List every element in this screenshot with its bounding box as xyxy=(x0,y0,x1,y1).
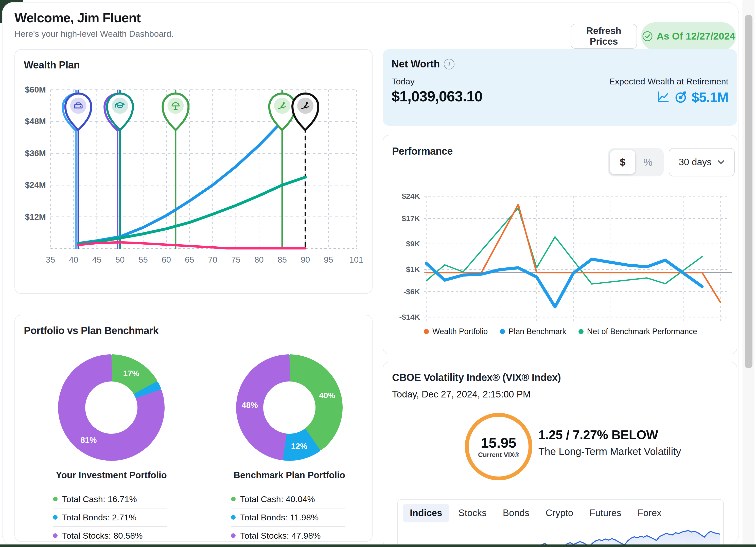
legend-label: Net of Benchmark Performance xyxy=(587,327,697,336)
tab-crypto[interactable]: Crypto xyxy=(538,504,580,522)
investment-allocation-list: Total Cash: 16.71% Total Bonds: 2.71% To… xyxy=(53,490,177,544)
dollar-toggle-button[interactable]: $ xyxy=(610,150,635,174)
portfolio-vs-benchmark-title: Portfolio vs Plan Benchmark xyxy=(24,325,159,336)
svg-text:40%: 40% xyxy=(319,391,335,400)
chevron-down-icon xyxy=(717,160,725,165)
net-worth-value: $1,039,063.10 xyxy=(392,88,482,105)
investment-portfolio-donut-chart: 17%81% xyxy=(58,354,165,461)
svg-text:$1K: $1K xyxy=(406,265,420,274)
vix-timestamp: Today, Dec 27, 2024, 2:15:00 PM xyxy=(392,389,531,400)
benchmark-allocation-list: Total Cash: 40.04% Total Bonds: 11.98% T… xyxy=(231,490,355,544)
svg-text:65: 65 xyxy=(185,255,194,265)
legend-item: Wealth Portfolio xyxy=(424,327,488,336)
svg-text:-$14K: -$14K xyxy=(399,313,420,321)
vix-current-label: Current VIX® xyxy=(478,451,519,459)
cash-dot xyxy=(53,497,58,501)
alloc-bonds: Total Bonds: 11.98% xyxy=(240,513,319,522)
tab-indices[interactable]: Indices xyxy=(403,504,449,522)
svg-text:50: 50 xyxy=(115,255,125,265)
list-item: Total Bonds: 2.71% xyxy=(53,508,177,526)
svg-text:90: 90 xyxy=(301,255,310,265)
vix-card: CBOE Volatility Index® (VIX® Index) Toda… xyxy=(383,362,737,546)
svg-text:95: 95 xyxy=(324,255,333,265)
svg-text:80: 80 xyxy=(254,255,264,265)
svg-text:$36M: $36M xyxy=(25,149,46,158)
bonds-dot xyxy=(231,515,236,520)
svg-text:$12M: $12M xyxy=(25,212,46,222)
dashboard-root: Welcome, Jim Fluent Here's your high-lev… xyxy=(2,2,739,546)
refresh-prices-button[interactable]: Refresh Prices xyxy=(571,24,637,49)
svg-text:$60M: $60M xyxy=(25,85,46,94)
bonds-dot xyxy=(53,515,58,520)
page-title: Welcome, Jim Fluent xyxy=(14,10,140,25)
stocks-dot xyxy=(231,533,236,538)
tab-stocks[interactable]: Stocks xyxy=(451,504,494,522)
scrollbar-thumb[interactable] xyxy=(745,15,752,368)
svg-text:55: 55 xyxy=(138,255,148,265)
svg-text:$17K: $17K xyxy=(402,214,420,223)
list-item: Total Bonds: 11.98% xyxy=(231,508,355,526)
wealth-plan-card: Wealth Plan $60M$48M$36M$24M$12M35404550… xyxy=(14,49,373,294)
page-background-accent xyxy=(0,544,756,547)
tab-forex[interactable]: Forex xyxy=(630,504,669,522)
benchmark-portfolio-donut-chart: 40%12%48% xyxy=(236,354,343,461)
target-icon xyxy=(674,90,688,104)
svg-text:45: 45 xyxy=(92,255,101,265)
alloc-stocks: Total Stocks: 80.58% xyxy=(62,531,143,541)
svg-text:$9K: $9K xyxy=(406,240,420,248)
alloc-bonds: Total Bonds: 2.71% xyxy=(62,513,136,522)
market-chart-panel: Indices Stocks Bonds Crypto Futures Fore… xyxy=(397,499,724,546)
date-range-value: 30 days xyxy=(679,157,712,168)
index-mini-chart xyxy=(401,525,720,546)
tab-bonds[interactable]: Bonds xyxy=(496,504,537,522)
legend-label: Plan Benchmark xyxy=(508,327,566,336)
info-icon[interactable]: i xyxy=(444,59,454,69)
expected-wealth-label: Expected Wealth at Retirement xyxy=(609,77,728,86)
svg-text:40: 40 xyxy=(69,255,78,265)
benchmark-portfolio-label: Benchmark Plan Portfolio xyxy=(218,470,360,481)
net-worth-title-text: Net Worth xyxy=(392,58,440,70)
investment-portfolio-label: Your Investment Portfolio xyxy=(40,470,182,481)
date-range-select[interactable]: 30 days xyxy=(669,148,735,177)
tab-futures[interactable]: Futures xyxy=(582,504,628,522)
market-tabs: Indices Stocks Bonds Crypto Futures Fore… xyxy=(403,504,669,522)
svg-text:-$6K: -$6K xyxy=(403,287,420,296)
legend-label: Wealth Portfolio xyxy=(432,327,488,336)
wealth-portfolio-dot xyxy=(424,329,429,334)
legend-item: Net of Benchmark Performance xyxy=(578,327,697,336)
alloc-stocks: Total Stocks: 47.98% xyxy=(240,531,321,541)
performance-title: Performance xyxy=(392,146,453,157)
vix-current-value: 15.95 xyxy=(481,434,516,451)
svg-text:17%: 17% xyxy=(123,369,139,378)
as-of-date-badge: As Of 12/27/2024 xyxy=(641,22,736,50)
percent-toggle-button[interactable]: % xyxy=(635,150,661,174)
alloc-cash: Total Cash: 40.04% xyxy=(240,494,315,504)
page-scrollbar xyxy=(743,0,754,547)
svg-text:48%: 48% xyxy=(242,400,258,410)
svg-text:101: 101 xyxy=(349,255,363,265)
plan-benchmark-dot xyxy=(500,329,505,334)
net-worth-title: Net Worth i xyxy=(392,58,454,70)
vix-title: CBOE Volatility Index® (VIX® Index) xyxy=(392,372,561,383)
svg-text:$24K: $24K xyxy=(402,192,420,200)
today-label: Today xyxy=(392,77,415,86)
wealth-plan-chart: $60M$48M$36M$24M$12M35404550556065707580… xyxy=(15,50,372,292)
list-item: Total Stocks: 47.98% xyxy=(231,527,355,544)
svg-text:$24M: $24M xyxy=(25,180,46,190)
alloc-cash: Total Cash: 16.71% xyxy=(62,494,137,504)
svg-text:70: 70 xyxy=(208,255,217,265)
performance-legend: Wealth Portfolio Plan Benchmark Net of B… xyxy=(383,327,738,336)
list-item: Total Cash: 40.04% xyxy=(231,490,355,508)
svg-text:81%: 81% xyxy=(80,435,97,445)
svg-text:75: 75 xyxy=(231,255,241,265)
expected-wealth-value: $5.1M xyxy=(692,89,728,105)
performance-card: Performance $ % 30 days $24K$17K$9K$1K-$… xyxy=(383,135,737,354)
net-worth-card: Net Worth i Today $1,039,063.10 Expected… xyxy=(383,49,737,126)
check-circle-icon xyxy=(642,31,653,42)
line-chart-icon xyxy=(657,91,670,104)
svg-text:$48M: $48M xyxy=(25,117,46,126)
page-subtitle: Here's your high-level Wealth Dashboard. xyxy=(14,29,174,39)
vix-comparison-sub: The Long-Term Market Volatility xyxy=(538,446,681,457)
svg-text:85: 85 xyxy=(277,255,287,265)
svg-text:35: 35 xyxy=(46,255,55,265)
